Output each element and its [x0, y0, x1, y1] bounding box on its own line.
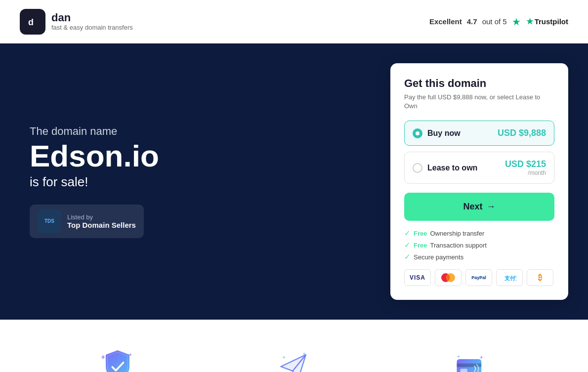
paypal-icon: PayPal [465, 269, 492, 286]
hero-section: The domain name Edson.io is for sale! TD… [0, 43, 588, 320]
free-label-2: Free [414, 242, 427, 249]
lease-price: USD $215 /month [505, 159, 546, 176]
purchase-card: Get this domain Pay the full USD $9,888 … [390, 63, 568, 300]
seller-initials: TDS [44, 218, 54, 224]
seller-logo: TDS [38, 209, 61, 233]
card-subtitle: Pay the full USD $9,888 now, or select L… [404, 93, 554, 111]
trustpilot-rating: 4.7 [467, 17, 477, 26]
check-icon-3: ✓ [404, 252, 411, 261]
feature-transaction-text: Transaction support [430, 242, 486, 249]
svg-text:d: d [28, 17, 34, 27]
buy-now-label: Buy now [427, 129, 461, 138]
svg-marker-6 [101, 355, 106, 360]
feature-secure-text: Secure payments [414, 253, 463, 261]
lease-radio[interactable] [413, 163, 422, 173]
lease-label: Lease to own [427, 164, 477, 172]
payment-icons: VISA PayPal 支付宝 ₿ [404, 269, 554, 286]
trustpilot-out-of: out of 5 [482, 17, 507, 26]
lease-left: Lease to own [413, 163, 477, 173]
logo-text: dan fast & easy domain transfers [51, 12, 133, 31]
dan-logo-icon: d [20, 9, 45, 35]
mastercard-icon [435, 269, 462, 286]
svg-rect-16 [460, 369, 467, 372]
buyer-protection-block: Buyer Protectionprogram [30, 344, 206, 372]
bottom-features: Buyer Protectionprogram [0, 320, 588, 372]
check-icon-2: ✓ [404, 241, 411, 249]
logo-area: d dan fast & easy domain transfers [20, 9, 133, 35]
trustpilot-stars-icon: ★ [512, 16, 521, 28]
svg-marker-10 [282, 356, 286, 359]
lease-price-sub: /month [505, 169, 546, 176]
seller-name: Top Domain Sellers [67, 221, 136, 229]
svg-marker-11 [457, 355, 460, 358]
next-button[interactable]: Next → [404, 193, 554, 221]
tp-star-icon: ★ [526, 17, 533, 26]
hero-sale-text: is for sale! [30, 174, 390, 190]
visa-icon: VISA [404, 269, 431, 286]
feature-transaction: ✓ Free Transaction support [404, 241, 554, 249]
listed-by-label: Listed by [67, 213, 136, 221]
credit-card-icon [392, 344, 548, 372]
features-list: ✓ Free Ownership transfer ✓ Free Transac… [404, 229, 554, 261]
alipay-icon: 支付宝 [496, 269, 523, 286]
hero-subtitle: The domain name [30, 125, 390, 138]
paper-plane-icon [216, 344, 373, 372]
brand-name: dan [51, 12, 133, 24]
buy-now-option[interactable]: Buy now USD $9,888 [404, 121, 554, 146]
hero-left: The domain name Edson.io is for sale! TD… [30, 125, 390, 238]
svg-marker-12 [479, 356, 483, 359]
buy-now-price-value: USD $9,888 [498, 128, 546, 138]
buy-now-left: Buy now [413, 128, 461, 138]
seller-badge: TDS Listed by Top Domain Sellers [30, 205, 144, 238]
svg-text:支付宝: 支付宝 [504, 275, 516, 281]
free-label-1: Free [414, 230, 427, 237]
hassle-free-block: Hassle freepayments [382, 344, 558, 372]
next-button-label: Next [463, 202, 482, 212]
trustpilot-label: Excellent [429, 17, 462, 26]
buy-now-price: USD $9,888 [498, 128, 546, 138]
lease-price-value: USD $215 [505, 159, 546, 169]
trustpilot-area: Excellent 4.7 out of 5 ★ ★ Trustpilot [429, 16, 568, 28]
check-icon-1: ✓ [404, 229, 411, 238]
trustpilot-brand: ★ Trustpilot [526, 17, 568, 26]
lease-to-own-option[interactable]: Lease to own USD $215 /month [404, 152, 554, 184]
feature-ownership: ✓ Free Ownership transfer [404, 229, 554, 238]
fast-easy-block: Fast & easytransfers [206, 344, 382, 372]
buy-now-radio[interactable] [413, 128, 422, 138]
feature-secure: ✓ Secure payments [404, 252, 554, 261]
shield-icon [40, 344, 196, 372]
card-title: Get this domain [404, 77, 554, 90]
arrow-right-icon: → [487, 202, 496, 212]
bitcoin-icon: ₿ [527, 269, 553, 286]
feature-ownership-text: Ownership transfer [430, 230, 484, 237]
brand-tagline: fast & easy domain transfers [51, 24, 133, 31]
header: d dan fast & easy domain transfers Excel… [0, 0, 588, 43]
seller-info: Listed by Top Domain Sellers [67, 213, 136, 229]
hero-domain: Edson.io [30, 141, 390, 171]
